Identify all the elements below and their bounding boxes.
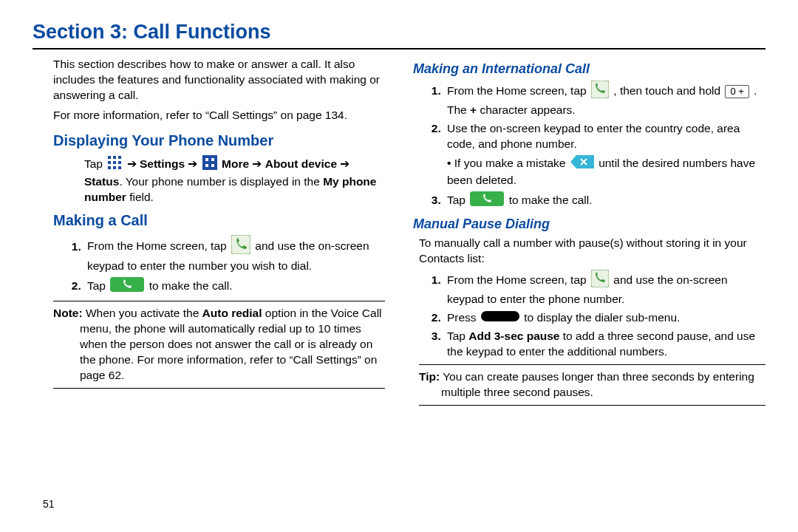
plus-char: + <box>470 103 477 116</box>
heading-manual-pause: Manual Pause Dialing <box>413 215 765 233</box>
intl-step3-b: to make the call. <box>509 194 593 206</box>
pause-tip: Tip: You can create pauses longer than t… <box>419 364 765 406</box>
svg-rect-16 <box>110 277 144 292</box>
pause-step2-b: to display the dialer sub-menu. <box>524 311 680 324</box>
international-steps: From the Home screen, tap , then touch a… <box>422 81 765 210</box>
svg-rect-18 <box>470 191 504 206</box>
pause-step1-a: From the Home screen, tap <box>447 273 590 286</box>
call-button-icon <box>110 277 144 296</box>
svg-rect-4 <box>108 161 111 164</box>
pause-intro: To manually call a number with pause(s) … <box>419 236 765 267</box>
intl-sub-item: If you make a mistake until the desired … <box>447 155 765 188</box>
tip-label: Tip: <box>419 370 440 383</box>
making-step1-a: From the Home screen, tap <box>87 240 230 253</box>
status-mid: . Your phone number is displayed in the <box>119 175 323 188</box>
settings-label: Settings <box>140 157 185 170</box>
right-column: Making an International Call From the Ho… <box>413 57 765 410</box>
auto-redial-label: Auto redial <box>202 307 262 319</box>
svg-rect-15 <box>231 235 250 254</box>
intl-step1-d: character appears. <box>477 103 576 116</box>
pause-steps: From the Home screen, tap and use the on… <box>422 270 765 360</box>
svg-rect-12 <box>211 158 214 161</box>
about-device-label: About device <box>265 157 337 170</box>
intl-step1-a: From the Home screen, tap <box>447 84 590 97</box>
intl-sub-a: If you make a mistake <box>454 157 566 169</box>
intl-step-3: Tap to make the call. <box>444 191 765 211</box>
note-label: Note: <box>53 307 83 319</box>
svg-rect-13 <box>205 164 208 167</box>
phone-app-icon <box>591 81 609 103</box>
page-number: 51 <box>43 498 55 510</box>
intl-step1-b: , then touch and hold <box>613 84 723 97</box>
xref-link: “Call Settings” <box>205 109 277 121</box>
svg-rect-20 <box>481 311 519 321</box>
heading-international-call: Making an International Call <box>413 60 765 78</box>
xref-post: on page 134. <box>281 109 348 121</box>
heading-making-call: Making a Call <box>53 211 385 231</box>
svg-rect-19 <box>591 270 609 287</box>
zero-plus-key-icon: 0 + <box>725 85 748 98</box>
svg-rect-8 <box>113 166 116 169</box>
making-step2-b: to make the call. <box>149 279 233 292</box>
pause-step-2: Press to display the dialer sub-menu. <box>444 310 765 326</box>
auto-redial-note: Note: When you activate the Auto redial … <box>53 301 385 389</box>
making-step-2: Tap to make the call. <box>84 277 385 296</box>
svg-rect-1 <box>108 156 111 159</box>
phone-app-icon <box>231 235 250 259</box>
svg-rect-2 <box>113 156 116 159</box>
pause-step3-a: Tap <box>447 330 468 342</box>
add-3sec-pause-label: Add 3-sec pause <box>468 330 559 342</box>
tap-text: Tap <box>84 157 106 170</box>
intl-step2-text: Use the on-screen keypad to enter the co… <box>447 122 740 150</box>
intl-step3-a: Tap <box>447 194 468 206</box>
more-tab-icon <box>202 155 217 174</box>
note-body-a: When you activate the <box>86 307 202 319</box>
svg-rect-17 <box>591 81 609 98</box>
svg-rect-3 <box>118 156 121 159</box>
menu-key-icon <box>481 310 519 326</box>
heading-displaying-number: Displaying Your Phone Number <box>53 131 385 151</box>
title-rule <box>33 48 765 50</box>
intl-step-1: From the Home screen, tap , then touch a… <box>444 81 765 118</box>
svg-rect-7 <box>108 166 111 169</box>
field-word: field. <box>126 191 154 203</box>
apps-grid-icon <box>107 155 122 174</box>
making-step-1: From the Home screen, tap and use the on… <box>84 235 385 274</box>
svg-rect-5 <box>113 161 116 164</box>
intro-xref: For more information, refer to “Call Set… <box>53 108 385 123</box>
call-button-icon <box>470 191 504 211</box>
svg-rect-9 <box>118 166 121 169</box>
backspace-icon <box>570 155 594 173</box>
more-label: More <box>222 157 249 170</box>
pause-step-1: From the Home screen, tap and use the on… <box>444 270 765 307</box>
section-title: Section 3: Call Functions <box>33 21 765 44</box>
xref-pre: For more information, refer to <box>53 109 205 121</box>
left-column: This section describes how to make or an… <box>33 57 385 410</box>
intl-sub-bullets: If you make a mistake until the desired … <box>447 155 765 188</box>
svg-rect-14 <box>211 164 214 167</box>
phone-app-icon <box>591 270 609 292</box>
pause-step-3: Tap Add 3-sec pause to add a three secon… <box>444 329 765 360</box>
making-step2-a: Tap <box>87 279 109 292</box>
status-label: Status <box>84 175 119 188</box>
tip-body: You can create pauses longer than three … <box>440 370 754 398</box>
svg-rect-10 <box>202 155 217 170</box>
intro-paragraph: This section describes how to make or an… <box>53 57 385 103</box>
pause-step2-a: Press <box>447 311 480 324</box>
note-ref: “Call Settings” <box>289 353 361 366</box>
svg-rect-11 <box>205 158 208 161</box>
displaying-body: Tap ➔ Settings ➔ <box>84 155 385 205</box>
svg-rect-6 <box>118 161 121 164</box>
making-call-steps: From the Home screen, tap and use the on… <box>62 235 385 296</box>
intl-step-2: Use the on-screen keypad to enter the co… <box>444 121 765 188</box>
